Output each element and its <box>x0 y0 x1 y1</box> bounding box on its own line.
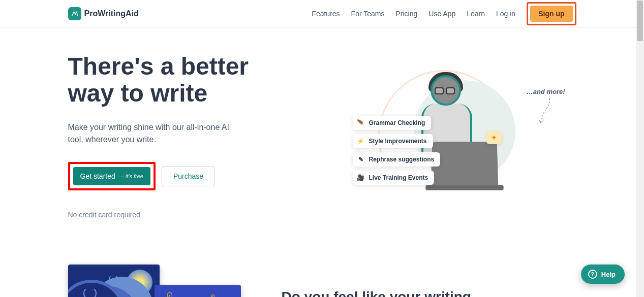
nav-learn[interactable]: Learn <box>467 10 485 18</box>
chip-rephrase: ✎ Rephrase suggestions <box>353 152 441 167</box>
feather-icon: 🪶 <box>357 119 365 127</box>
nav-use-app[interactable]: Use App <box>428 10 455 18</box>
section2-title: Do you feel like your writing lets you d… <box>282 289 475 297</box>
scrollbar-thumb[interactable] <box>637 1 643 41</box>
get-started-suffix: — it's free <box>118 173 143 179</box>
wand-icon: ✎ <box>357 155 365 163</box>
scrollbar-track[interactable] <box>636 0 644 297</box>
help-button[interactable]: ? Help <box>581 265 625 284</box>
blue-panel-image: ᘏ @ ○ ໑ ᘐ <box>155 285 241 297</box>
glasses-icon <box>435 87 457 94</box>
illustration-canvas: ✦ …and more! 🪶 Grammar Checking ⚡ Style … <box>363 65 526 207</box>
feature-chip-list: 🪶 Grammar Checking ⚡ Style Improvements … <box>353 116 441 185</box>
hero-cta-row: Get started — it's free Purchase <box>68 162 292 190</box>
chip-live-training: 🎥 Live Training Events <box>353 171 435 185</box>
top-nav: ProWritingAid Features For Teams Pricing… <box>0 0 644 28</box>
art-collage: ᘏ @ ○ ໑ ᘐ <box>68 265 241 297</box>
get-started-button[interactable]: Get started — it's free <box>73 167 150 185</box>
chip-style-label: Style Improvements <box>369 138 427 145</box>
and-more-arrow-icon <box>537 97 552 128</box>
chip-style: ⚡ Style Improvements <box>353 134 433 148</box>
sparkle-icon: ✦ <box>486 131 502 144</box>
brand-logo-icon <box>68 7 81 20</box>
primary-nav: Features For Teams Pricing Use App Learn… <box>312 2 576 25</box>
nav-features[interactable]: Features <box>312 10 340 18</box>
bolt-icon: ⚡ <box>357 137 365 145</box>
no-card-note: No credit card required <box>68 211 292 219</box>
get-started-label: Get started <box>80 172 115 180</box>
camera-icon: 🎥 <box>357 174 365 182</box>
purchase-button[interactable]: Purchase <box>162 166 215 186</box>
nav-login[interactable]: Log in <box>496 10 515 18</box>
top-nav-inner: ProWritingAid Features For Teams Pricing… <box>68 2 576 25</box>
signup-button[interactable]: Sign up <box>530 6 572 22</box>
chip-live-training-label: Live Training Events <box>369 174 428 181</box>
help-icon: ? <box>588 270 597 279</box>
help-label: Help <box>601 271 616 278</box>
brand[interactable]: ProWritingAid <box>68 7 139 20</box>
chip-grammar-label: Grammar Checking <box>369 119 425 126</box>
brand-name: ProWritingAid <box>84 9 139 18</box>
starry-night-image <box>68 265 160 297</box>
chip-rephrase-label: Rephrase suggestions <box>369 156 435 163</box>
hero-section: There's a better way to write Make your … <box>68 28 576 219</box>
and-more-label: …and more! <box>527 88 565 95</box>
signup-highlight-box: Sign up <box>527 2 576 25</box>
chip-grammar: 🪶 Grammar Checking <box>353 116 432 130</box>
hero-illustration: ✦ …and more! 🪶 Grammar Checking ⚡ Style … <box>312 53 576 219</box>
nav-for-teams[interactable]: For Teams <box>351 10 385 18</box>
secondary-section: ᘏ @ ○ ໑ ᘐ Do you feel like your writing … <box>68 265 576 297</box>
hero-subtitle: Make your writing shine with our all-in-… <box>68 121 241 146</box>
hero-copy: There's a better way to write Make your … <box>68 53 292 219</box>
laptop-graphic <box>431 142 498 187</box>
get-started-highlight-box: Get started — it's free <box>68 162 156 190</box>
nav-pricing[interactable]: Pricing <box>395 10 417 18</box>
hero-title: There's a better way to write <box>68 53 292 107</box>
